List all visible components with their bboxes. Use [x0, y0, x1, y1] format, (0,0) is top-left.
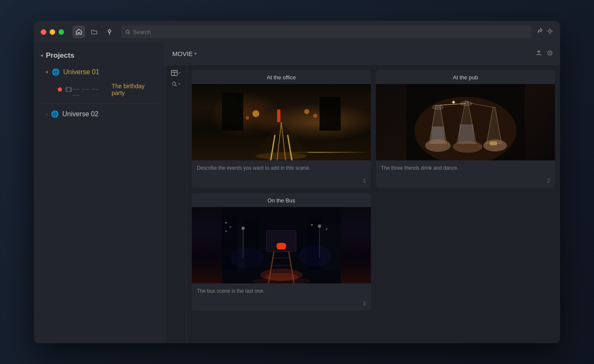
svg-point-1 [126, 30, 129, 33]
projects-chevron[interactable]: ▾ [41, 53, 43, 59]
card-office-title: At the office [192, 70, 371, 84]
maximize-button[interactable] [59, 29, 64, 35]
desktop: ▾ Projects ▾ 🌐 Universe 01 [0, 0, 594, 364]
panel-toolbar: MOVIE ▾ [165, 43, 560, 65]
search-icon [125, 29, 131, 35]
titlebar-icons [73, 25, 116, 38]
panel-with-sidebar: ▾ ▾ At t [165, 65, 560, 343]
svg-rect-52 [326, 228, 328, 230]
office-scene-svg [192, 84, 371, 160]
export-icon[interactable] [535, 50, 542, 58]
movie-chevron: ▾ [194, 51, 197, 56]
card-office-image [192, 84, 371, 160]
card-bus-title: On the Bus [192, 193, 371, 207]
universe2-label: Universe 02 [62, 110, 98, 118]
svg-rect-25 [277, 109, 280, 122]
sidebar-item-universe1[interactable]: ▾ 🌐 Universe 01 [34, 65, 165, 79]
share-icon[interactable] [536, 28, 543, 36]
film-dashes: __ __ __ __ [73, 84, 108, 95]
sidebar-divider [41, 103, 158, 104]
movie-dropdown[interactable]: MOVIE ▾ [172, 50, 197, 57]
card-office[interactable]: At the office [192, 70, 371, 188]
globe-icon-universe1: 🌐 [52, 68, 60, 76]
card-pub-description: The three friends drink and dance. [381, 165, 550, 172]
main-content: ▾ Projects ▾ 🌐 Universe 01 [34, 43, 560, 343]
card-office-body: Describe the events you want to add in t… [192, 160, 371, 176]
home-icon [76, 28, 82, 35]
layout-chevron: ▾ [179, 71, 181, 75]
app-window: ▾ Projects ▾ 🌐 Universe 01 [34, 21, 560, 343]
svg-point-33 [425, 139, 451, 152]
svg-rect-24 [222, 97, 235, 122]
svg-point-34 [453, 141, 482, 153]
projects-header: ▾ Projects [34, 50, 165, 65]
panel-side-icons: ▾ ▾ [165, 65, 187, 343]
card-bus-number: 3 [192, 299, 371, 311]
svg-rect-3 [66, 87, 72, 92]
card-office-description: Describe the events you want to add in t… [197, 165, 366, 172]
bus-scene-svg [192, 207, 371, 283]
universe1-label: Universe 01 [63, 68, 99, 76]
card-office-number: 1 [192, 176, 371, 188]
titlebar-right-icons [536, 28, 553, 36]
settings-icon[interactable] [546, 28, 553, 36]
card-bus[interactable]: On the Bus [192, 193, 371, 311]
svg-rect-36 [490, 142, 497, 145]
folder-icon [91, 28, 98, 35]
traffic-lights [41, 29, 64, 35]
svg-point-26 [256, 153, 307, 160]
svg-point-70 [298, 245, 332, 266]
pub-scene-svg [376, 84, 555, 160]
sidebar: ▾ Projects ▾ 🌐 Universe 01 [34, 43, 165, 343]
svg-point-31 [432, 105, 443, 109]
svg-point-2 [549, 30, 551, 32]
layout-icon-button[interactable]: ▾ [171, 70, 181, 76]
svg-point-14 [172, 82, 176, 85]
cards-area: At the office [187, 65, 560, 343]
svg-rect-49 [230, 226, 231, 228]
refresh-icon[interactable] [546, 50, 553, 58]
card-bus-description: The bus scene is the last one. [197, 288, 366, 295]
search-input[interactable] [133, 29, 527, 35]
birthday-party-label: The birthday party [112, 83, 158, 96]
right-panel: MOVIE ▾ [165, 43, 560, 343]
card-bus-body: The bus scene is the last one. [192, 283, 371, 299]
svg-point-68 [264, 274, 298, 280]
svg-point-65 [276, 243, 286, 249]
svg-point-18 [252, 110, 259, 117]
svg-point-20 [246, 116, 249, 120]
titlebar [34, 21, 560, 43]
svg-rect-50 [225, 230, 227, 232]
svg-rect-51 [311, 224, 313, 226]
folder-icon-button[interactable] [88, 25, 101, 38]
svg-point-0 [108, 30, 111, 32]
svg-point-19 [304, 109, 309, 114]
svg-point-69 [230, 247, 264, 269]
toolbar-right-icons [535, 50, 553, 58]
svg-rect-48 [225, 222, 227, 224]
svg-point-35 [483, 140, 507, 151]
search-bar[interactable] [121, 25, 531, 38]
card-pub-image [376, 84, 555, 160]
svg-point-56 [318, 224, 321, 228]
minimize-button[interactable] [50, 29, 55, 35]
svg-point-21 [313, 114, 317, 118]
red-dot-indicator [58, 87, 62, 92]
universe2-chevron: › [46, 112, 48, 117]
svg-rect-23 [319, 97, 341, 131]
card-pub-body: The three friends drink and dance. [376, 160, 555, 176]
close-button[interactable] [41, 29, 46, 35]
home-icon-button[interactable] [73, 25, 85, 38]
sidebar-item-universe2[interactable]: › 🌐 Universe 02 [34, 107, 165, 121]
film-icon: __ __ __ __ [65, 84, 108, 95]
search-chevron: ▾ [178, 82, 180, 86]
pin-icon [106, 28, 113, 35]
card-pub-title: At the pub [376, 70, 555, 84]
card-pub[interactable]: At the pub [376, 70, 555, 188]
sidebar-item-birthday-party[interactable]: __ __ __ __ The birthday party [34, 79, 165, 100]
movie-label-text: MOVIE [172, 50, 193, 57]
universe1-chevron: ▾ [46, 70, 48, 75]
globe-icon-universe2: 🌐 [51, 110, 59, 118]
search-zoom-button[interactable]: ▾ [171, 81, 180, 87]
pin-icon-button[interactable] [103, 25, 116, 38]
